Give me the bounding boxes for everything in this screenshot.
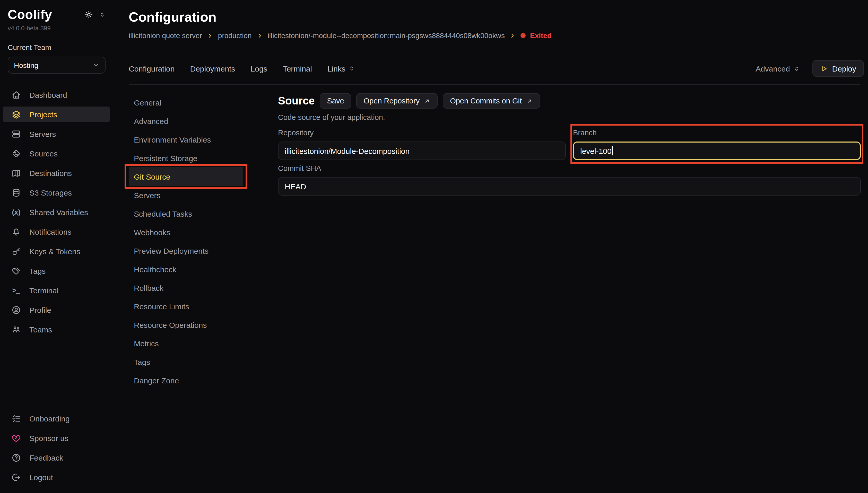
- tab-deployments[interactable]: Deployments: [190, 64, 235, 73]
- team-select[interactable]: Hosting: [8, 57, 106, 73]
- breadcrumb-item[interactable]: illicitonion quote server: [129, 31, 202, 40]
- source-panel: Source Save Open Repository Open Commits…: [278, 93, 864, 390]
- breadcrumb-item[interactable]: production: [218, 31, 252, 40]
- subnav-item-label: Scheduled Tasks: [134, 209, 192, 218]
- coolify-app: Coolify v4.0.0-beta.399 Current Team Hos…: [0, 0, 868, 493]
- subnav-item-preview-deployments[interactable]: Preview Deployments: [129, 241, 243, 260]
- sidebar-item-tags[interactable]: Tags: [8, 263, 106, 278]
- theme-sun-icon[interactable]: [84, 10, 93, 19]
- sidebar-item-sources[interactable]: Sources: [8, 146, 106, 161]
- sidebar-item-label: Servers: [29, 129, 56, 138]
- source-description: Code source of your application.: [278, 113, 861, 122]
- subnav-item-rollback[interactable]: Rollback: [129, 278, 243, 297]
- sidebar-item-dashboard[interactable]: Dashboard: [8, 87, 106, 102]
- sidebar-item-logout[interactable]: Logout: [8, 469, 106, 485]
- subnav-item-label: Git Source: [134, 172, 170, 181]
- subnav-item-healthcheck[interactable]: Healthcheck: [129, 260, 243, 278]
- deploy-label: Deploy: [832, 64, 856, 73]
- branch-label: Branch: [573, 129, 861, 137]
- sidebar-collapse-icon[interactable]: [99, 11, 106, 19]
- status-badge: Exited: [521, 31, 552, 40]
- repository-input[interactable]: [278, 142, 566, 160]
- app-version: v4.0.0-beta.399: [8, 25, 106, 32]
- sidebar-item-keys-tokens[interactable]: Keys & Tokens: [8, 243, 106, 259]
- page-title: Configuration: [129, 9, 864, 25]
- subnav-item-label: Servers: [134, 191, 161, 199]
- sidebar-item-profile[interactable]: Profile: [8, 302, 106, 318]
- layers-icon: [11, 109, 21, 119]
- sidebar-item-feedback[interactable]: Feedback: [8, 450, 106, 465]
- subnav-item-resource-limits[interactable]: Resource Limits: [129, 297, 243, 316]
- subnav-item-label: Persistent Storage: [134, 154, 197, 163]
- sidebar-item-label: Keys & Tokens: [29, 247, 80, 256]
- logo-row: Coolify: [8, 7, 106, 22]
- subnav-item-persistent-storage[interactable]: Persistent Storage: [129, 149, 243, 167]
- map-icon: [11, 168, 21, 178]
- commit-sha-label: Commit SHA: [278, 164, 861, 172]
- breadcrumb-chevron-icon: [510, 32, 515, 39]
- subnav-item-environment-variables[interactable]: Environment Variables: [129, 130, 243, 149]
- advanced-dropdown[interactable]: Advanced: [756, 64, 800, 73]
- sidebar-item-destinations[interactable]: Destinations: [8, 165, 106, 180]
- sidebar-item-label: Shared Variables: [29, 208, 88, 216]
- sidebar-item-onboarding[interactable]: Onboarding: [8, 411, 106, 426]
- server-icon: [11, 129, 21, 139]
- chevron-down-icon: [93, 62, 99, 68]
- subnav-item-label: Resource Limits: [134, 302, 189, 310]
- updown-chevron-icon: [793, 65, 800, 72]
- open-commits-button[interactable]: Open Commits on Git: [443, 93, 540, 109]
- subnav-item-label: Danger Zone: [134, 376, 179, 385]
- branch-field: Branch: [573, 129, 861, 160]
- subnav-item-advanced[interactable]: Advanced: [129, 112, 243, 130]
- open-repository-button[interactable]: Open Repository: [357, 93, 438, 109]
- sidebar-item-label: Projects: [29, 110, 57, 119]
- sidebar-item-label: Feedback: [29, 453, 63, 462]
- sidebar-item-notifications[interactable]: Notifications: [8, 224, 106, 239]
- main-content: Configuration illicitonion quote serverp…: [113, 0, 868, 493]
- sidebar-item-label: Terminal: [29, 286, 59, 295]
- sidebar-item-s3-storages[interactable]: S3 Storages: [8, 185, 106, 200]
- vars-icon: (x): [11, 207, 21, 217]
- breadcrumb-item[interactable]: illicitestonion/-module--decomposition:m…: [268, 31, 505, 40]
- text-cursor: [612, 146, 613, 155]
- branch-input[interactable]: [573, 142, 861, 160]
- key-icon: [11, 246, 21, 256]
- subnav-item-danger-zone[interactable]: Danger Zone: [129, 371, 243, 390]
- tab-logs[interactable]: Logs: [251, 64, 268, 73]
- sidebar-item-label: Teams: [29, 325, 52, 334]
- source-heading: Source: [278, 95, 315, 107]
- sidebar-item-shared-variables[interactable]: (x)Shared Variables: [8, 204, 106, 220]
- subnav-item-metrics[interactable]: Metrics: [129, 334, 243, 352]
- subnav-item-tags[interactable]: Tags: [129, 352, 243, 371]
- sidebar-item-sponsor-us[interactable]: Sponsor us: [8, 430, 106, 446]
- sidebar-item-servers[interactable]: Servers: [8, 126, 106, 142]
- subnav-item-general[interactable]: General: [129, 93, 243, 112]
- tags-icon: [11, 266, 21, 276]
- sidebar: Coolify v4.0.0-beta.399 Current Team Hos…: [0, 0, 113, 493]
- sidebar-item-projects[interactable]: Projects: [3, 107, 110, 122]
- tabs: ConfigurationDeploymentsLogsTerminalLink…: [129, 64, 355, 73]
- settings-subnav: GeneralAdvancedEnvironment VariablesPers…: [129, 93, 278, 390]
- breadcrumb-chevron-icon: [207, 32, 213, 39]
- tab-configuration[interactable]: Configuration: [129, 64, 174, 73]
- subnav-item-servers[interactable]: Servers: [129, 186, 243, 204]
- sidebar-item-terminal[interactable]: >_Terminal: [8, 282, 106, 298]
- subnav-item-git-source[interactable]: Git Source: [129, 167, 243, 186]
- tab-links[interactable]: Links: [327, 64, 355, 73]
- subnav-item-label: Advanced: [134, 116, 168, 125]
- subnav-item-webhooks[interactable]: Webhooks: [129, 223, 243, 241]
- subnav-item-resource-operations[interactable]: Resource Operations: [129, 316, 243, 334]
- tab-terminal[interactable]: Terminal: [283, 64, 312, 73]
- save-button[interactable]: Save: [320, 93, 351, 109]
- commit-sha-input[interactable]: [278, 177, 861, 196]
- subnav-item-label: General: [134, 98, 162, 107]
- breadcrumb: illicitonion quote serverproductionillic…: [129, 31, 864, 40]
- tab-label: Deployments: [190, 64, 235, 73]
- subnav-item-scheduled-tasks[interactable]: Scheduled Tasks: [129, 204, 243, 223]
- tabs-row: ConfigurationDeploymentsLogsTerminalLink…: [129, 60, 864, 77]
- checklist-icon: [11, 413, 21, 423]
- sidebar-item-teams[interactable]: Teams: [8, 322, 106, 337]
- git-icon: [11, 148, 21, 158]
- deploy-button[interactable]: Deploy: [813, 60, 864, 77]
- tabs-divider: [129, 84, 860, 85]
